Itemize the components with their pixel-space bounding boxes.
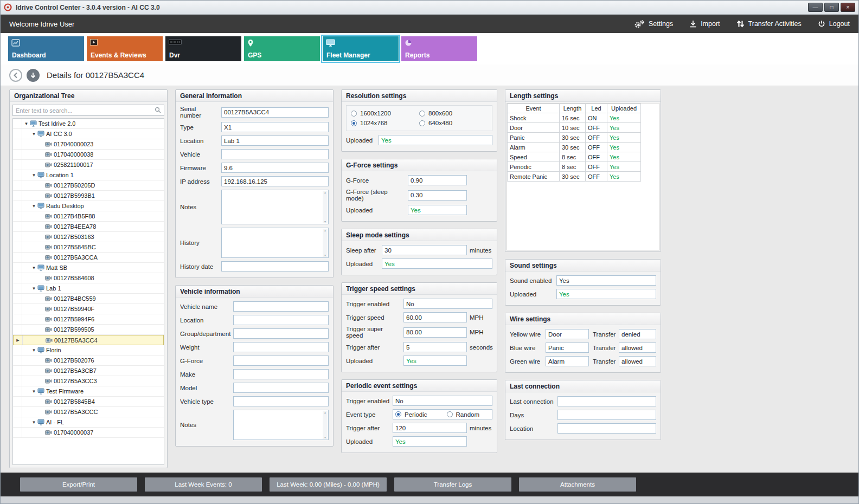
bottom-button-export-print[interactable]: Export/Print	[20, 477, 137, 492]
tree-item-00127b5a3cc4[interactable]: ▶00127B5A3CC4	[13, 335, 164, 345]
green-wire-transfer-field[interactable]: allowed	[619, 356, 656, 366]
group-department-field[interactable]	[233, 328, 329, 339]
tree-expander-icon[interactable]: ▾	[31, 265, 37, 270]
days-field[interactable]	[557, 410, 656, 420]
uploaded-field[interactable]: Yes	[393, 436, 467, 447]
tree-expander-icon[interactable]: ▾	[31, 286, 37, 291]
resolution-option-640x480[interactable]: 640x480	[419, 118, 488, 128]
tree-item-00127b502076[interactable]: 00127B502076	[13, 356, 164, 366]
trigger-after-field[interactable]: 5	[403, 342, 467, 352]
tree-item-00127b50205d[interactable]: 00127B50205D	[13, 180, 164, 191]
tree-expander-icon[interactable]: ▾	[31, 347, 37, 353]
bottom-button-attachments[interactable]: Attachments	[519, 477, 636, 492]
tree-item-test-idrive-2-0[interactable]: ▾Test Idrive 2.0	[13, 119, 164, 129]
location-field[interactable]: Lab 1	[221, 135, 329, 146]
g-force-field[interactable]	[233, 356, 329, 366]
back-button[interactable]	[9, 69, 22, 82]
tree-item-location-1[interactable]: ▾Location 1	[13, 170, 164, 180]
tree-item-017040000038[interactable]: 017040000038	[13, 150, 164, 160]
resolution-option-800x600[interactable]: 800x600	[419, 108, 488, 118]
scroll-down-icon[interactable]: ▼	[324, 436, 326, 439]
scrollbar[interactable]: ▲▼	[323, 229, 328, 257]
scrollbar[interactable]: ▲▼	[323, 191, 328, 223]
trigger-super-speed-field[interactable]: 80.00	[403, 327, 467, 338]
vehicle-name-field[interactable]	[233, 301, 329, 312]
tree-expander-icon[interactable]: ▾	[31, 389, 37, 394]
g-force-sleep-mode-field[interactable]: 0.30	[408, 190, 467, 201]
tree-expander-icon[interactable]: ▾	[31, 172, 37, 178]
scroll-up-icon[interactable]: ▲	[324, 229, 326, 232]
scrollbar[interactable]: ▲▼	[323, 411, 328, 439]
bottom-button-transfer-logs[interactable]: Transfer Logs	[394, 477, 511, 492]
tree-item-matt-sb[interactable]: ▾Matt SB	[13, 263, 164, 273]
topbar-action-settings[interactable]: Settings	[634, 20, 673, 28]
tree-expander-icon[interactable]: ▾	[31, 131, 37, 137]
tree-item-00127b5a3cb7[interactable]: 00127B5A3CB7	[13, 366, 164, 376]
sound-enabled-field[interactable]: Yes	[556, 275, 656, 286]
tree-item-00127b5a3cca[interactable]: 00127B5A3CCA	[13, 253, 164, 263]
uploaded-field[interactable]: Yes	[379, 135, 492, 145]
location-field[interactable]	[557, 423, 656, 434]
tab-reports[interactable]: Reports	[401, 36, 477, 61]
trigger-after-field[interactable]: 120	[393, 423, 467, 433]
uploaded-field[interactable]: Yes	[408, 205, 467, 215]
resolution-option-1600x1200[interactable]: 1600x1200	[351, 108, 419, 118]
location-field[interactable]	[233, 315, 329, 325]
length-table-row[interactable]: Shock16 secONYes	[507, 113, 641, 123]
tree-item-00127b5845bc[interactable]: 00127B5845BC	[13, 242, 164, 253]
resolution-option-1024x768[interactable]: 1024x768	[351, 118, 419, 128]
tree-item-florin[interactable]: ▾Florin	[13, 345, 164, 356]
length-table-row[interactable]: Alarm30 secOFFYes	[507, 143, 641, 152]
event-type-option-periodic[interactable]: Periodic	[395, 411, 427, 418]
notes-textarea[interactable]: ▲▼	[221, 190, 329, 224]
notes-textarea[interactable]: ▲▼	[233, 410, 329, 440]
firmware-field[interactable]: 9.6	[221, 163, 329, 173]
vehicle-type-field[interactable]	[233, 396, 329, 406]
download-details-button[interactable]	[27, 69, 40, 82]
tree-item-00127b59940f[interactable]: 00127B59940F	[13, 304, 164, 314]
bottom-button-last-week-0-00-miles-0-00-mph[interactable]: Last Week: 0.00 (Miles) - 0.00 (MPH)	[270, 477, 387, 492]
length-table-row[interactable]: Remote Panic30 secOFFYes	[507, 172, 641, 182]
tree-item-test-firmware[interactable]: ▾Test Firmware	[13, 386, 164, 397]
tree-item-lab-1[interactable]: ▾Lab 1	[13, 283, 164, 294]
uploaded-field[interactable]: Yes	[403, 356, 467, 366]
length-table-row[interactable]: Speed8 secOFFYes	[507, 152, 641, 162]
blue-wire-field[interactable]: Panic	[546, 343, 589, 353]
trigger-enabled-field[interactable]: No	[393, 396, 492, 406]
tree-item-017040000023[interactable]: 017040000023	[13, 139, 164, 150]
history-textarea[interactable]: ▲▼	[221, 228, 329, 258]
tree-item-017040000037[interactable]: 017040000037	[13, 428, 164, 438]
tree-item-00127b4eea78[interactable]: 00127B4EEA78	[13, 222, 164, 232]
trigger-speed-field[interactable]: 60.00	[403, 312, 467, 322]
vehicle-field[interactable]	[221, 149, 329, 159]
minimize-button[interactable]: —	[808, 3, 823, 12]
uploaded-field[interactable]: Yes	[556, 289, 656, 299]
tree-expander-icon[interactable]: ▾	[23, 121, 29, 126]
trigger-enabled-field[interactable]: No	[403, 299, 492, 309]
tree-expander-icon[interactable]: ▾	[31, 203, 37, 209]
green-wire-field[interactable]: Alarm	[546, 356, 589, 366]
make-field[interactable]	[233, 369, 329, 379]
tree-item-00127b503163[interactable]: 00127B503163	[13, 232, 164, 242]
blue-wire-transfer-field[interactable]: allowed	[619, 343, 656, 353]
event-type-option-random[interactable]: Random	[447, 411, 479, 418]
tab-dashboard[interactable]: Dashboard	[8, 36, 84, 61]
tree-item-00127b4b5f88[interactable]: 00127B4B5F88	[13, 211, 164, 222]
sleep-after-field[interactable]: 30	[382, 245, 467, 255]
length-table-row[interactable]: Door10 secOFFYes	[507, 123, 641, 133]
topbar-action-logout[interactable]: Logout	[818, 20, 850, 28]
history-date-field[interactable]	[221, 261, 329, 272]
ip-address-field[interactable]: 192.168.16.125	[221, 176, 329, 186]
tab-events-reviews[interactable]: Events & Reviews	[87, 36, 163, 61]
g-force-field[interactable]: 0.90	[408, 175, 467, 185]
length-table-row[interactable]: Periodic8 secOFFYes	[507, 162, 641, 172]
tree-item-00127b599505[interactable]: 00127B599505	[13, 325, 164, 335]
tab-gps[interactable]: GPS	[244, 36, 320, 61]
serial-number-field[interactable]: 00127B5A3CC4	[221, 107, 329, 118]
tree-item-00127b5994f6[interactable]: 00127B5994F6	[13, 314, 164, 325]
last-connection-field[interactable]	[557, 396, 656, 406]
tree-item-00127b584608[interactable]: 00127B584608	[13, 273, 164, 283]
yellow-wire-transfer-field[interactable]: denied	[619, 329, 656, 339]
scroll-down-icon[interactable]: ▼	[324, 220, 326, 223]
tab-dvr[interactable]: Dvr	[165, 36, 241, 61]
